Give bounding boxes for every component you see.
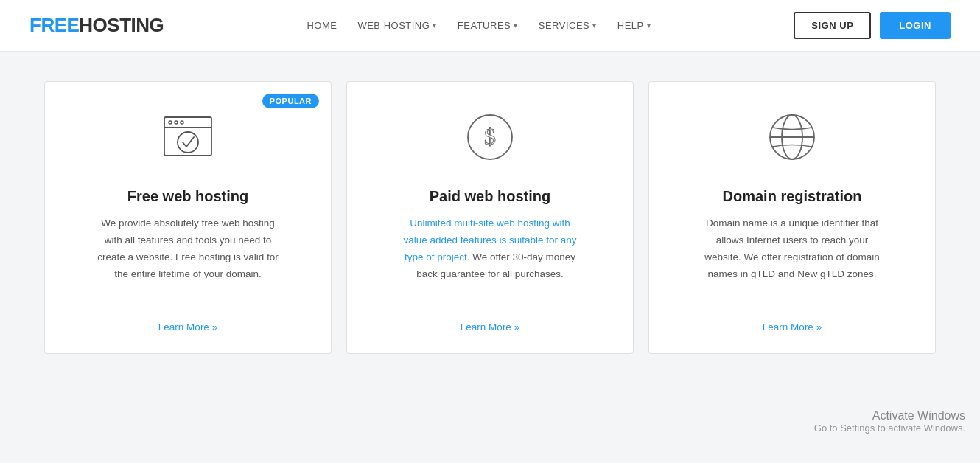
svg-point-5 [178, 132, 198, 153]
nav: HOME WEB HOSTING ▾ FEATURES ▾ SERVICES ▾… [307, 20, 651, 31]
learn-more-link[interactable]: Learn More » [158, 321, 217, 333]
logo-free: FREE [29, 14, 79, 36]
main-content: POPULAR Free web hosting W [0, 52, 980, 398]
signup-button[interactable]: SIGN UP [794, 12, 871, 39]
globe-icon [759, 104, 825, 170]
dollar-circle-icon: $ [457, 104, 523, 170]
svg-point-4 [181, 121, 183, 124]
cards-row-1: POPULAR Free web hosting W [44, 81, 936, 354]
nav-services[interactable]: SERVICES ▾ [539, 20, 597, 31]
learn-more-link[interactable]: Learn More » [763, 321, 822, 333]
svg-point-3 [175, 121, 178, 124]
chevron-down-icon: ▾ [592, 21, 597, 29]
nav-home[interactable]: HOME [307, 20, 337, 31]
header-actions: SIGN UP LOGIN [794, 12, 951, 39]
nav-help[interactable]: HELP ▾ [617, 20, 651, 31]
card-title: Free web hosting [127, 188, 248, 205]
card-free-hosting: POPULAR Free web hosting W [44, 81, 332, 354]
logo: FREEHOSTING [29, 14, 164, 37]
chevron-down-icon: ▾ [433, 21, 437, 29]
logo-hosting: HOSTING [79, 14, 164, 36]
svg-point-2 [169, 121, 172, 124]
header: FREEHOSTING HOME WEB HOSTING ▾ FEATURES … [0, 0, 980, 52]
nav-features[interactable]: FEATURES ▾ [458, 20, 518, 31]
popular-badge: POPULAR [262, 94, 319, 108]
chevron-down-icon: ▾ [647, 21, 651, 29]
card-paid-hosting: $ Paid web hosting Unlimited multi-site … [346, 81, 634, 354]
card-description: Unlimited multi-site web hosting with va… [404, 215, 577, 307]
card-description: Domain name is a unique identifier that … [704, 215, 879, 307]
card-description: We provide absolutely free web hosting w… [97, 215, 278, 307]
login-button[interactable]: LOGIN [880, 12, 951, 39]
card-title: Domain registration [723, 188, 862, 205]
card-title: Paid web hosting [430, 188, 550, 205]
svg-text:$: $ [484, 123, 496, 150]
nav-web-hosting[interactable]: WEB HOSTING ▾ [357, 20, 436, 31]
card-domain-registration: Domain registration Domain name is a uni… [648, 81, 936, 354]
browser-check-icon [155, 104, 221, 170]
chevron-down-icon: ▾ [514, 21, 518, 29]
learn-more-link[interactable]: Learn More » [461, 321, 519, 333]
